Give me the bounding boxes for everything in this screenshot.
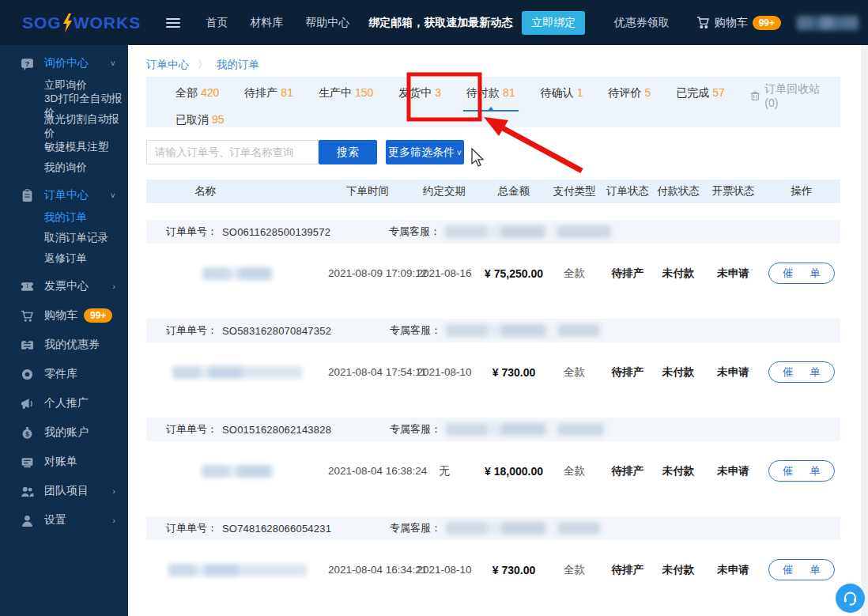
hamburger-menu-icon[interactable] [166, 16, 180, 30]
order-cell-action: 催单 [763, 460, 840, 482]
sidebar-item-询价中心[interactable]: ?询价中心˅ [0, 51, 128, 75]
customer-service-button[interactable] [836, 584, 865, 613]
tab-待排产[interactable]: 待排产81 [244, 86, 293, 105]
sidebar-item-个人推广[interactable]: 个人推广 [0, 391, 128, 415]
tab-发货中[interactable]: 发货中3 [398, 86, 441, 105]
tab-已完成[interactable]: 已完成57 [676, 86, 725, 105]
logo-text-pre: SOG [22, 13, 62, 32]
urge-char-1: 催 [783, 464, 794, 478]
order-recycle-bin[interactable]: 订单回收站 (0) [750, 82, 825, 109]
order-name-redacted[interactable] [168, 564, 307, 576]
wallet-icon: $ [21, 426, 34, 440]
order-group: 订单单号：SO5831628070847352专属客服：2021-08-04 1… [146, 319, 840, 402]
sidebar-item-订单中心[interactable]: 订单中心˅ [0, 183, 128, 207]
breadcrumb-order-center[interactable]: 订单中心 [146, 59, 189, 70]
topnav-item-材料库[interactable]: 材料库 [239, 16, 294, 30]
chevron-down-icon: ˅ [111, 191, 115, 200]
urge-char-2: 单 [810, 365, 821, 380]
order-name-redacted[interactable] [172, 366, 303, 379]
urge-order-button[interactable]: 催单 [768, 263, 835, 284]
tab-生产中[interactable]: 生产中150 [319, 86, 373, 105]
cart-icon [21, 309, 34, 323]
team-icon [21, 485, 34, 498]
logo-text-post: WORKS [74, 13, 142, 32]
sidebar-item-零件库[interactable]: 零件库 [0, 362, 128, 386]
customer-service-label: 专属客服： [390, 521, 441, 535]
tab-count: 3 [435, 86, 441, 99]
order-cell-name [146, 564, 328, 576]
gear-icon [21, 368, 34, 381]
sidebar-item-购物车[interactable]: 购物车99+ [0, 304, 128, 327]
tab-label: 发货中 [398, 86, 432, 99]
tab-待评价[interactable]: 待评价5 [608, 86, 651, 105]
sidebar-item-label: 发票中心 [44, 279, 89, 293]
order-cell-due: 2021-08-10 [407, 564, 481, 576]
customer-service-redacted [446, 522, 600, 535]
order-search-input[interactable] [146, 140, 319, 164]
column-header-付款状态: 付款状态 [653, 184, 704, 198]
sidebar-subitem-我的询价[interactable]: 我的询价 [0, 157, 128, 178]
order-name-redacted[interactable] [202, 267, 272, 280]
customer-service-redacted [445, 225, 611, 238]
order-group-header: 订单单号：SO0151628062143828专属客服： [146, 418, 840, 441]
order-cell-amount: ¥ 730.00 [481, 564, 546, 576]
user-account-redacted[interactable] [797, 16, 859, 30]
sidebar-item-我的账户[interactable]: $我的账户 [0, 421, 128, 444]
headset-icon [842, 590, 859, 607]
sidebar-item-label: 对账单 [44, 455, 77, 469]
bind-now-button[interactable]: 立即绑定 [522, 11, 585, 35]
top-navigation: 首页材料库帮助中心 [194, 16, 360, 30]
order-cell-invoice-status: 未申请 [704, 563, 763, 577]
tab-count: 95 [212, 113, 225, 126]
order-cell-action: 催单 [763, 263, 840, 284]
urge-order-button[interactable]: 催单 [768, 361, 835, 383]
sidebar-item-label: 我的优惠券 [44, 338, 100, 352]
tab-待付款[interactable]: 待付款81 [466, 86, 515, 105]
order-cell-pay-status: 未付款 [653, 365, 704, 380]
order-group-header: 订单单号：SO5831628070847352专属客服： [146, 319, 840, 342]
topnav-item-首页[interactable]: 首页 [194, 16, 239, 30]
sidebar-item-对账单[interactable]: 对账单 [0, 450, 128, 474]
coupon-claim-link[interactable]: 优惠券领取 [614, 16, 670, 30]
column-header-约定交期: 约定交期 [407, 184, 481, 198]
order-no-value: SO7481628066054231 [222, 523, 331, 535]
topnav-item-帮助中心[interactable]: 帮助中心 [294, 16, 360, 30]
sogaworks-logo[interactable]: SOG WORKS [22, 13, 141, 32]
lightning-bolt-icon [62, 13, 73, 32]
sidebar-subitem-取消订单记录[interactable]: 取消订单记录 [0, 228, 128, 248]
tab-全部[interactable]: 全部420 [175, 86, 219, 105]
order-cell-amount: ¥ 730.00 [481, 366, 546, 379]
order-name-redacted[interactable] [202, 465, 273, 478]
urge-order-button[interactable]: 催单 [768, 559, 835, 580]
sidebar-subitem-返修订单[interactable]: 返修订单 [0, 248, 128, 269]
more-filters-button[interactable]: 更多筛选条件˅ [386, 140, 464, 164]
page-scrollbar[interactable] [861, 45, 868, 616]
tab-已取消[interactable]: 已取消95 [175, 113, 225, 132]
sidebar-item-团队项目[interactable]: 团队项目› [0, 479, 128, 503]
order-cell-order-status: 待排产 [602, 365, 653, 380]
sidebar-item-label: 团队项目 [44, 484, 89, 498]
urge-order-button[interactable]: 催单 [768, 460, 835, 482]
sidebar-item-发票中心[interactable]: 发票中心› [0, 274, 128, 298]
search-button[interactable]: 搜索 [319, 140, 377, 164]
tab-待确认[interactable]: 待确认1 [541, 86, 583, 105]
topbar-cart[interactable]: 购物车 99+ [696, 16, 781, 30]
trash-icon [750, 89, 760, 102]
order-no-label: 订单单号： [166, 521, 217, 535]
urge-char-1: 催 [783, 365, 794, 380]
order-row: 2021-08-04 17:54:112021-08-10¥ 730.00全款待… [146, 342, 840, 402]
sidebar-item-设置[interactable]: 设置› [0, 508, 128, 532]
order-cell-pay-type: 全款 [546, 266, 602, 281]
breadcrumb-my-orders[interactable]: 我的订单 [217, 59, 259, 70]
sidebar-subitem-激光切割自动报价[interactable]: 激光切割自动报价 [0, 116, 128, 137]
sidebar-subitem-我的订单[interactable]: 我的订单 [0, 207, 128, 228]
order-cell-invoice-status: 未申请 [704, 266, 763, 281]
sidebar-item-label: 设置 [44, 513, 66, 527]
order-row: 2021-08-09 17:09:122021-08-16¥ 75,250.00… [146, 244, 840, 303]
user-icon [21, 514, 34, 527]
order-cell-action: 催单 [763, 559, 840, 580]
statement-icon [21, 455, 34, 469]
sidebar-item-我的优惠券[interactable]: 我的优惠券 [0, 333, 128, 357]
order-cell-amount: ¥ 18,000.00 [481, 465, 546, 478]
tab-count: 420 [201, 86, 219, 99]
